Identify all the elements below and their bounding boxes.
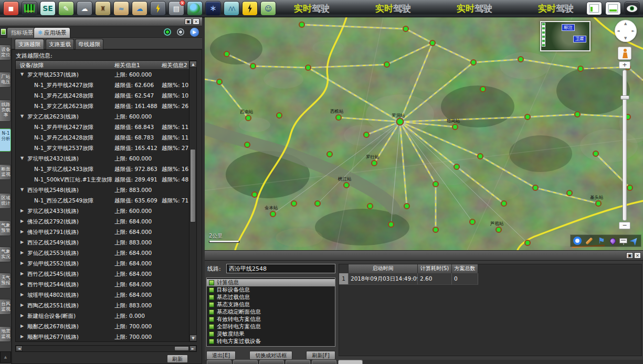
station-marker[interactable]: [578, 66, 583, 71]
expand-arrow-icon[interactable]: ▶: [20, 334, 24, 339]
bottom-tab[interactable]: [259, 360, 284, 364]
expand-arrow-icon[interactable]: ▶: [20, 240, 24, 244]
tab-application-scene[interactable]: ❄ 应用场景: [34, 27, 70, 38]
西陶乙线2551(线路)[interactable]: ▶ 西陶乙线2551(线路) 上限: 883.000: [16, 301, 190, 311]
expand-arrow-icon[interactable]: ▶: [20, 261, 24, 265]
expand-arrow-icon[interactable]: ▶: [20, 324, 24, 328]
panel-titlebar[interactable]: ▣ ×: [0, 17, 202, 26]
bottom-tab[interactable]: [233, 360, 258, 364]
side-tab[interactable]: 设备定位: [0, 45, 11, 60]
scroll-down-icon[interactable]: ▼: [189, 335, 197, 341]
globe-icon[interactable]: [187, 1, 203, 16]
西汾乙线2549(线路)[interactable]: ▶ 西汾乙线2549(线路) 上限: 883.000: [16, 238, 190, 248]
side-tab[interactable]: 气象预警: [0, 220, 11, 236]
marker-icon[interactable]: [609, 237, 617, 245]
station-marker[interactable]: [470, 219, 475, 224]
tab-branch-overload[interactable]: 支路重载: [46, 39, 74, 49]
station-marker[interactable]: [315, 201, 320, 206]
station-marker[interactable]: [496, 227, 501, 232]
close-icon[interactable]: ×: [193, 18, 199, 25]
result-row[interactable]: 1 2018年09月03日14:49:09 2.60 0: [339, 273, 641, 285]
西竹乙线2545(线路)[interactable]: ▶ 西竹乙线2545(线路) 上限: 684.000: [16, 269, 190, 280]
measure-icon[interactable]: [585, 237, 593, 244]
zoom-in-button[interactable]: +: [619, 61, 630, 69]
expand-arrow-icon[interactable]: ▶: [20, 208, 24, 213]
layout-left-icon[interactable]: [586, 2, 602, 15]
N-1_罗文甲线2537故障[interactable]: N-1_罗文甲线2537故障 越限值: 165.412 越限%: 27.5: [16, 143, 190, 154]
menu-realtime-driving[interactable]: 实时驾驶: [294, 3, 330, 15]
info-list-item[interactable]: 转电方案过载设备: [207, 338, 335, 345]
side-tab[interactable]: 气象实况: [0, 247, 11, 262]
station-marker[interactable]: [404, 204, 409, 209]
station-marker[interactable]: [305, 65, 311, 70]
refresh-button[interactable]: 刷新: [167, 355, 188, 363]
station-marker[interactable]: [501, 201, 507, 206]
horizontal-scrollbar[interactable]: ◄ ►: [15, 345, 197, 352]
label-icon[interactable]: [619, 238, 627, 243]
station-marker[interactable]: [291, 201, 297, 206]
info-list-item[interactable]: 有效转电方案信息: [207, 316, 335, 323]
station-marker[interactable]: [336, 115, 341, 120]
expand-arrow-icon[interactable]: ▼: [20, 156, 24, 160]
vertical-scrollbar[interactable]: ▲ ▼: [189, 61, 196, 341]
station-marker[interactable]: [433, 227, 438, 232]
station-marker[interactable]: [252, 192, 257, 197]
bottom-button[interactable]: 退出[E]: [206, 351, 236, 360]
scroll-up-icon[interactable]: ▲: [189, 61, 197, 68]
navigate-icon[interactable]: [629, 235, 640, 246]
zoom-slider[interactable]: [623, 70, 627, 221]
scroll-left-icon[interactable]: ◄: [16, 346, 23, 351]
side-tab[interactable]: 地震监视: [0, 326, 11, 342]
station-marker[interactable]: [403, 26, 408, 31]
map-annotation-button[interactable]: 标注: [562, 24, 575, 31]
record-green-icon[interactable]: [164, 28, 171, 36]
info-list-item[interactable]: 目标设备信息: [207, 286, 335, 294]
pan-down-icon[interactable]: ▼: [624, 36, 627, 40]
罗仙乙线2553(线路)[interactable]: ▶ 罗仙乙线2553(线路) 上限: 684.000: [16, 248, 190, 259]
layout-bottom-icon[interactable]: [605, 2, 621, 15]
station-marker[interactable]: [454, 164, 459, 169]
西汾甲线2548(线路)[interactable]: ▼ 西汾甲线2548(线路) 上限: 883.000: [16, 185, 190, 196]
side-tab[interactable]: 断面监视: [0, 164, 11, 180]
operator-icon[interactable]: ☺: [260, 1, 276, 16]
edit-icon[interactable]: ✎: [58, 1, 74, 16]
info-list-item[interactable]: 基态稳定断面信息: [207, 308, 335, 316]
chart-icon[interactable]: ⋀⋀: [224, 1, 239, 16]
info-list-item[interactable]: 基态支路信息: [207, 301, 335, 308]
station-marker[interactable]: [327, 152, 332, 157]
station-marker[interactable]: [245, 142, 250, 147]
station-marker[interactable]: [567, 190, 572, 196]
罗文甲线2537(线路)[interactable]: ▼ 罗文甲线2537(线路) 上限: 600.000: [16, 70, 190, 80]
station-marker[interactable]: [388, 222, 394, 227]
新建组合设备(断面)[interactable]: ▶ 新建组合设备(断面) 上限: 0.000: [16, 311, 190, 322]
罗仙甲线2552(线路)[interactable]: ▶ 罗仙甲线2552(线路) 上限: 684.000: [16, 259, 190, 269]
station-marker[interactable]: [525, 240, 530, 245]
lightning-icon[interactable]: [150, 1, 166, 16]
N-1_罗坑乙线2433故障[interactable]: N-1_罗坑乙线2433故障 越限值: 972.863 越限%: 162: [16, 164, 190, 175]
pan-left-icon[interactable]: ◄: [617, 29, 619, 33]
expand-arrow-icon[interactable]: ▼: [20, 187, 24, 192]
pan-right-icon[interactable]: ►: [632, 29, 635, 33]
罗坑甲线2432(线路)[interactable]: ▼ 罗坑甲线2432(线路) 上限: 600.000: [16, 154, 190, 164]
expand-arrow-icon[interactable]: ▶: [20, 219, 24, 223]
bottom-button[interactable]: 切换成对话框: [249, 351, 292, 360]
station-marker[interactable]: [452, 124, 458, 130]
vertical-scroll-thumb[interactable]: [190, 149, 196, 222]
pegman-icon[interactable]: [618, 47, 631, 60]
bottom-tab[interactable]: [286, 360, 310, 364]
罗坑乙线2433(线路)[interactable]: ▶ 罗坑乙线2433(线路) 上限: 600.000: [16, 206, 190, 217]
station-marker[interactable]: [270, 211, 276, 217]
pan-up-icon[interactable]: ▲: [624, 22, 627, 26]
N-1_西汾乙线2549故障[interactable]: N-1_西汾乙线2549故障 越限值: 635.609 越限%: 71.9: [16, 196, 190, 206]
zoom-slider-thumb[interactable]: [620, 95, 629, 100]
side-strip-scroll-button[interactable]: ▲: [0, 351, 11, 363]
station-marker[interactable]: [372, 160, 377, 166]
station-marker[interactable]: [518, 57, 523, 62]
station-marker[interactable]: [364, 132, 369, 137]
西竹甲线2544(线路)[interactable]: ▶ 西竹甲线2544(线路) 上限: 684.000: [16, 280, 190, 290]
bottom-panel-titlebar[interactable]: ▣ ×: [205, 250, 643, 261]
station-marker[interactable]: [525, 114, 530, 120]
info-list-item[interactable]: 灵敏度结果: [207, 330, 335, 338]
zoom-out-button[interactable]: −: [619, 222, 630, 229]
stop-button[interactable]: ■: [3, 1, 19, 16]
